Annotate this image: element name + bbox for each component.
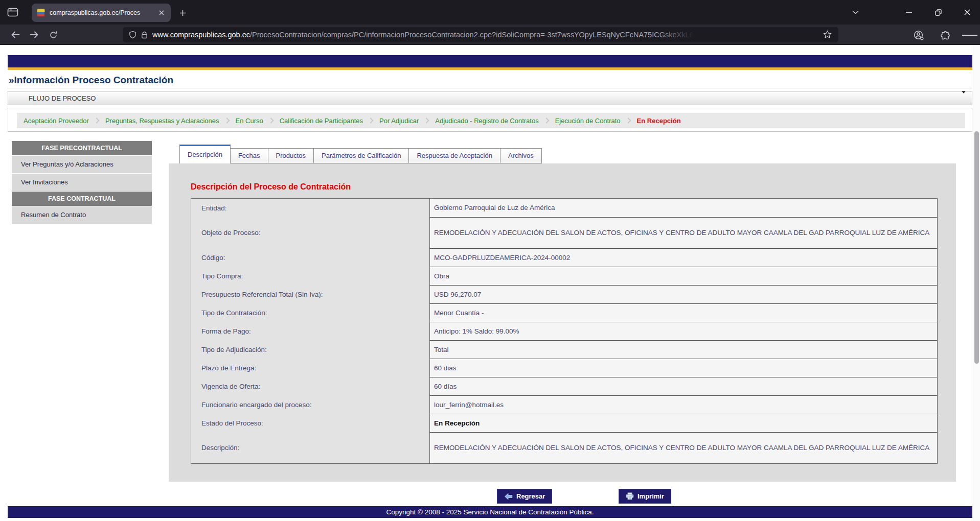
row-value: Total bbox=[429, 340, 937, 359]
step-por-adjudicar[interactable]: Por Adjudicar bbox=[379, 117, 419, 125]
regresar-button[interactable]: Regresar bbox=[497, 489, 552, 504]
scrollbar-thumb[interactable] bbox=[974, 131, 979, 364]
breadcrumb-separator-icon bbox=[224, 117, 230, 123]
window-minimize-button[interactable] bbox=[901, 5, 917, 20]
row-value: REMODELACIÓN Y ADECUACIÓN DEL SALON DE A… bbox=[429, 432, 937, 463]
table-row-codigo: Código: MCO-GADPRLUZDEAMERICA-2024-00002 bbox=[191, 248, 937, 267]
breadcrumb-separator-icon bbox=[424, 117, 429, 123]
tab-fechas[interactable]: Fechas bbox=[231, 148, 268, 163]
process-flow-dropdown[interactable]: FLUJO DE PROCESO bbox=[8, 91, 972, 105]
tab-close-icon[interactable] bbox=[156, 8, 167, 18]
table-row-funcionario: Funcionario encargado del proceso: lour_… bbox=[191, 395, 937, 414]
sidebar-header-fase-precontractual: FASE PRECONTRACTUAL bbox=[12, 141, 152, 155]
tab-descripcion[interactable]: Descripción bbox=[179, 145, 231, 163]
row-value: MCO-GADPRLUZDEAMERICA-2024-00002 bbox=[429, 248, 937, 267]
step-current-en-recepcion: En Recepción bbox=[637, 117, 681, 125]
table-row-presupuesto: Presupuesto Referencial Total (Sin Iva):… bbox=[191, 285, 937, 303]
firefox-view-icon[interactable] bbox=[5, 5, 20, 20]
url-domain: www.compraspublicas.gob.ec bbox=[152, 31, 250, 39]
process-steps-container: Aceptación Proveedor Preguntas, Respuest… bbox=[8, 108, 972, 132]
breadcrumb-separator-icon bbox=[543, 117, 549, 123]
process-steps-breadcrumb: Aceptación Proveedor Preguntas, Respuest… bbox=[17, 113, 965, 128]
row-label: Objeto de Proceso: bbox=[191, 217, 429, 248]
back-button[interactable] bbox=[7, 27, 24, 43]
step-aceptacion-proveedor[interactable]: Aceptación Proveedor bbox=[24, 117, 89, 125]
step-preguntas-respuestas[interactable]: Preguntas, Respuestas y Aclaraciones bbox=[105, 117, 219, 125]
detail-tabs: Descripción Fechas Productos Parámetros … bbox=[169, 145, 956, 163]
action-buttons-row: Regresar Imprimir bbox=[169, 482, 956, 506]
breadcrumb-separator-icon bbox=[368, 117, 373, 123]
row-value: Obra bbox=[429, 267, 937, 285]
extensions-puzzle-icon[interactable] bbox=[938, 28, 953, 43]
sidebar-item-ver-invitaciones[interactable]: Ver Invitaciones bbox=[12, 174, 152, 191]
copyright-footer: Copyright © 2008 - 2025 Servicio Naciona… bbox=[8, 506, 972, 518]
browser-tab-bar: compraspublicas.gob.ec/Proces bbox=[0, 0, 980, 25]
page-title: »Información Proceso Contratación bbox=[8, 70, 972, 88]
sidebar-item-ver-preguntas[interactable]: Ver Preguntas y/ó Aclaraciones bbox=[12, 156, 152, 173]
section-heading: Descripción del Proceso de Contratación bbox=[191, 182, 938, 192]
row-label: Presupuesto Referencial Total (Sin Iva): bbox=[191, 285, 429, 303]
dropdown-caret-icon bbox=[962, 93, 966, 103]
lock-icon[interactable] bbox=[141, 31, 148, 39]
table-row-entidad: Entidad: Gobierno Parroquial de Luz de A… bbox=[191, 199, 937, 217]
tab-productos[interactable]: Productos bbox=[268, 148, 314, 163]
browser-tab[interactable]: compraspublicas.gob.ec/Proces bbox=[32, 4, 171, 22]
row-value: Anticipo: 1% Saldo: 99.00% bbox=[429, 322, 937, 340]
table-row-forma-pago: Forma de Pago: Anticipo: 1% Saldo: 99.00… bbox=[191, 322, 937, 340]
step-adjudicado-registro-contratos[interactable]: Adjudicado - Registro de Contratos bbox=[435, 117, 538, 125]
table-row-tipo-compra: Tipo Compra: Obra bbox=[191, 267, 937, 285]
row-label: Funcionario encargado del proceso: bbox=[191, 395, 429, 414]
table-row-tipo-adjudicacion: Tipo de Adjudicación: Total bbox=[191, 340, 937, 359]
step-en-curso[interactable]: En Curso bbox=[236, 117, 263, 125]
tracking-shield-icon[interactable] bbox=[129, 31, 136, 39]
site-header-band bbox=[8, 55, 972, 67]
account-icon[interactable] bbox=[911, 28, 926, 43]
tab-parametros-calificacion[interactable]: Parámetros de Calificación bbox=[314, 148, 409, 163]
forward-button[interactable] bbox=[26, 27, 42, 43]
regresar-label: Regresar bbox=[516, 492, 545, 500]
table-row-objeto-proceso: Objeto de Proceso: REMODELACIÓN Y ADECUA… bbox=[191, 217, 937, 248]
row-label: Tipo Compra: bbox=[191, 267, 429, 285]
row-value: REMODELACIÓN Y ADECUACIÓN DEL SALON DE A… bbox=[429, 217, 937, 248]
row-value: lour_ferrin@hotmail.es bbox=[429, 395, 937, 414]
row-label: Descripción: bbox=[191, 432, 429, 463]
row-value: 60 dias bbox=[429, 359, 937, 377]
menu-hamburger-icon[interactable] bbox=[962, 28, 977, 43]
row-value: Gobierno Parroquial de Luz de América bbox=[429, 199, 937, 217]
url-path: /ProcesoContratacion/compras/PC/informac… bbox=[250, 31, 694, 39]
row-value: Menor Cuantía - bbox=[429, 303, 937, 322]
window-close-button[interactable] bbox=[960, 5, 975, 20]
sidebar-menu: FASE PRECONTRACTUAL Ver Preguntas y/ó Ac… bbox=[12, 141, 152, 224]
tab-title: compraspublicas.gob.ec/Proces bbox=[50, 9, 156, 16]
tab-archivos[interactable]: Archivos bbox=[500, 148, 542, 163]
step-calificacion-participantes[interactable]: Calificación de Participantes bbox=[280, 117, 363, 125]
window-restore-button[interactable] bbox=[930, 5, 946, 20]
table-row-vigencia-oferta: Vigencia de Oferta: 60 días bbox=[191, 377, 937, 395]
table-row-estado-proceso: Estado del Proceso: En Recepción bbox=[191, 414, 937, 432]
printer-icon bbox=[626, 492, 634, 500]
reload-button[interactable] bbox=[45, 27, 61, 43]
row-label: Tipo de Adjudicación: bbox=[191, 340, 429, 359]
process-details-table: Entidad: Gobierno Parroquial de Luz de A… bbox=[191, 198, 938, 464]
row-value: 60 días bbox=[429, 377, 937, 395]
tab-panel-descripcion: Descripción del Proceso de Contratación … bbox=[169, 163, 956, 482]
bookmark-star-icon[interactable] bbox=[823, 30, 832, 39]
new-tab-button[interactable] bbox=[177, 7, 188, 18]
table-row-tipo-contratacion: Tipo de Contratación: Menor Cuantía - bbox=[191, 303, 937, 322]
breadcrumb-separator-icon bbox=[94, 117, 99, 123]
row-value: USD 96,270.07 bbox=[429, 285, 937, 303]
list-tabs-chevron-icon[interactable] bbox=[848, 5, 863, 20]
url-bar[interactable]: www.compraspublicas.gob.ec/ProcesoContra… bbox=[123, 27, 838, 42]
table-row-plazo-entrega: Plazo de Entrega: 60 dias bbox=[191, 359, 937, 377]
table-row-descripcion: Descripción: REMODELACIÓN Y ADECUACIÓN D… bbox=[191, 432, 937, 463]
browser-toolbar: www.compraspublicas.gob.ec/ProcesoContra… bbox=[0, 25, 980, 45]
step-ejecucion-contrato[interactable]: Ejecución de Contrato bbox=[555, 117, 621, 125]
back-arrow-icon bbox=[504, 493, 513, 500]
row-label: Forma de Pago: bbox=[191, 322, 429, 340]
sidebar-item-resumen-contrato[interactable]: Resumen de Contrato bbox=[12, 206, 152, 224]
imprimir-button[interactable]: Imprimir bbox=[619, 489, 671, 504]
breadcrumb-separator-icon bbox=[268, 117, 274, 123]
tab-respuesta-aceptacion[interactable]: Respuesta de Aceptación bbox=[409, 148, 500, 163]
page-viewport: »Información Proceso Contratación FLUJO … bbox=[0, 45, 980, 521]
imprimir-label: Imprimir bbox=[637, 492, 664, 500]
